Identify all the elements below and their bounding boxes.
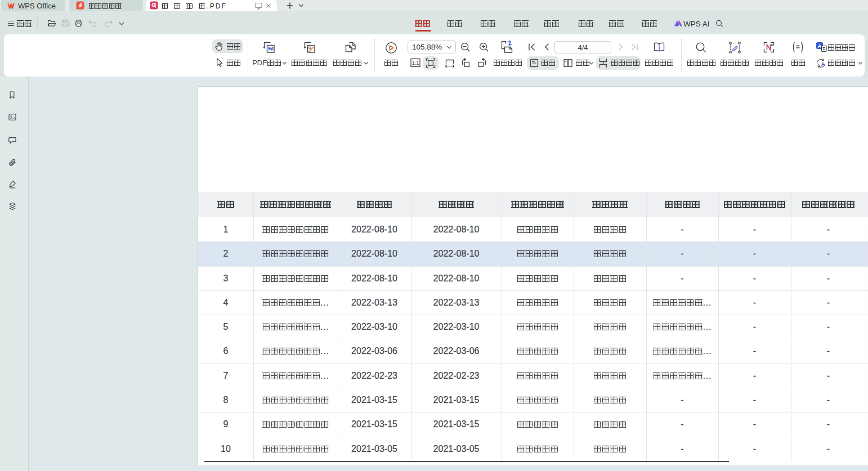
svg-text:A: A — [821, 61, 825, 67]
svg-text:x: x — [817, 62, 820, 66]
svg-text:A: A — [818, 43, 822, 49]
svg-text:1:1: 1:1 — [412, 60, 419, 66]
